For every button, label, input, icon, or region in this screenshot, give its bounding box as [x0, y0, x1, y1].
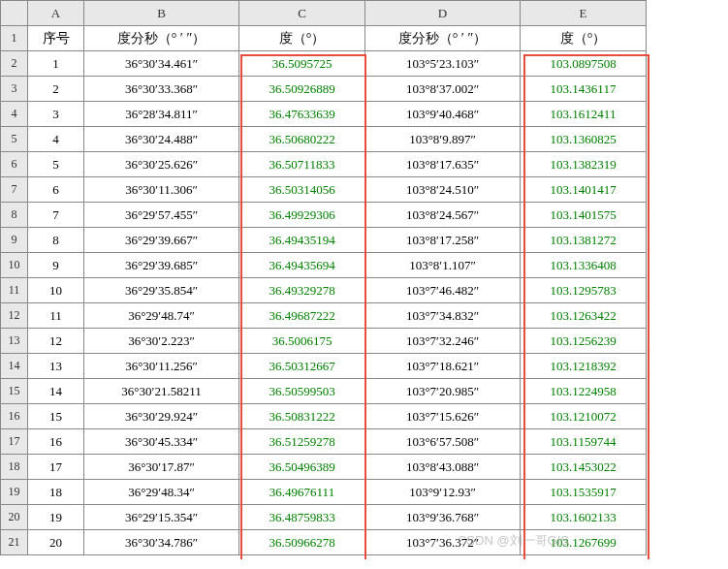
cell-deg-1[interactable]: 36.49329278	[239, 278, 365, 303]
cell-dms-1[interactable]: 36°29′35.854″	[84, 278, 239, 303]
cell-seq[interactable]: 2	[28, 77, 84, 102]
row-header-10[interactable]: 10	[1, 253, 28, 278]
cell-deg-1[interactable]: 36.50831222	[239, 404, 365, 429]
cell-deg-2[interactable]: 103.1436117	[521, 77, 647, 102]
cell-deg-1[interactable]: 36.48759833	[239, 505, 365, 530]
cell-seq[interactable]: 13	[28, 354, 84, 379]
cell-deg-1[interactable]: 36.50496389	[239, 455, 365, 480]
cell-dms-1[interactable]: 36°30′24.488″	[84, 127, 239, 152]
cell-deg-1[interactable]: 36.50680222	[239, 127, 365, 152]
cell-dms-1[interactable]: 36°30′21.58211	[84, 379, 239, 404]
row-header-3[interactable]: 3	[1, 77, 28, 102]
cell-dms-1[interactable]: 36°30′34.786″	[84, 530, 239, 555]
col-header-D[interactable]: D	[365, 1, 521, 26]
cell-dms-2[interactable]: 103°8′17.258″	[365, 228, 521, 253]
cell-seq[interactable]: 16	[28, 429, 84, 455]
cell-seq[interactable]: 6	[28, 177, 84, 203]
cell-deg-1[interactable]: 36.50599503	[239, 379, 365, 404]
cell-dms-1[interactable]: 36°30′45.334″	[84, 429, 239, 455]
cell-deg-2[interactable]: 103.1336408	[521, 253, 647, 278]
cell-deg-2[interactable]: 103.1382319	[521, 152, 647, 177]
cell-dms-1[interactable]: 36°29′15.354″	[84, 505, 239, 530]
cell-dms-2[interactable]: 103°7′15.626″	[365, 404, 521, 429]
header-B[interactable]: 度分秒（° ′ ″）	[84, 26, 239, 51]
cell-dms-1[interactable]: 36°30′33.368″	[84, 77, 239, 102]
row-header-17[interactable]: 17	[1, 429, 28, 455]
cell-deg-2[interactable]: 103.1453022	[521, 455, 647, 480]
cell-dms-2[interactable]: 103°9′36.768″	[365, 505, 521, 530]
cell-dms-2[interactable]: 103°7′36.372″	[365, 530, 521, 555]
cell-seq[interactable]: 1	[28, 51, 84, 77]
cell-deg-2[interactable]: 103.1360825	[521, 127, 647, 152]
cell-deg-1[interactable]: 36.49929306	[239, 203, 365, 228]
col-header-C[interactable]: C	[239, 1, 365, 26]
row-header-19[interactable]: 19	[1, 480, 28, 505]
cell-dms-2[interactable]: 103°8′1.107″	[365, 253, 521, 278]
cell-deg-2[interactable]: 103.1602133	[521, 505, 647, 530]
row-header-11[interactable]: 11	[1, 278, 28, 303]
row-header-16[interactable]: 16	[1, 404, 28, 429]
cell-deg-2[interactable]: 103.1401417	[521, 177, 647, 203]
row-header-8[interactable]: 8	[1, 203, 28, 228]
cell-deg-1[interactable]: 36.50711833	[239, 152, 365, 177]
cell-deg-2[interactable]: 103.1210072	[521, 404, 647, 429]
cell-dms-2[interactable]: 103°8′37.002″	[365, 77, 521, 102]
cell-seq[interactable]: 12	[28, 329, 84, 354]
cell-dms-2[interactable]: 103°7′32.246″	[365, 329, 521, 354]
row-header-14[interactable]: 14	[1, 354, 28, 379]
cell-dms-1[interactable]: 36°29′48.34″	[84, 480, 239, 505]
cell-dms-2[interactable]: 103°8′9.897″	[365, 127, 521, 152]
cell-deg-2[interactable]: 103.1267699	[521, 530, 647, 555]
cell-deg-1[interactable]: 36.51259278	[239, 429, 365, 455]
row-header-6[interactable]: 6	[1, 152, 28, 177]
cell-dms-1[interactable]: 36°28′34.811″	[84, 102, 239, 127]
cell-deg-2[interactable]: 103.1263422	[521, 303, 647, 329]
cell-deg-2[interactable]: 103.1218392	[521, 354, 647, 379]
cell-seq[interactable]: 4	[28, 127, 84, 152]
row-header-15[interactable]: 15	[1, 379, 28, 404]
header-E[interactable]: 度（°）	[521, 26, 647, 51]
row-header-5[interactable]: 5	[1, 127, 28, 152]
cell-deg-2[interactable]: 103.1401575	[521, 203, 647, 228]
row-header-2[interactable]: 2	[1, 51, 28, 77]
cell-dms-1[interactable]: 36°30′11.256″	[84, 354, 239, 379]
cell-seq[interactable]: 5	[28, 152, 84, 177]
cell-seq[interactable]: 7	[28, 203, 84, 228]
cell-dms-2[interactable]: 103°9′40.468″	[365, 102, 521, 127]
row-header-13[interactable]: 13	[1, 329, 28, 354]
cell-deg-1[interactable]: 36.49687222	[239, 303, 365, 329]
cell-dms-2[interactable]: 103°7′18.621″	[365, 354, 521, 379]
cell-seq[interactable]: 20	[28, 530, 84, 555]
cell-dms-1[interactable]: 36°29′39.685″	[84, 253, 239, 278]
cell-dms-1[interactable]: 36°30′2.223″	[84, 329, 239, 354]
cell-deg-1[interactable]: 36.49435194	[239, 228, 365, 253]
col-header-A[interactable]: A	[28, 1, 84, 26]
row-header-7[interactable]: 7	[1, 177, 28, 203]
cell-dms-2[interactable]: 103°8′24.567″	[365, 203, 521, 228]
cell-seq[interactable]: 18	[28, 480, 84, 505]
header-A[interactable]: 序号	[28, 26, 84, 51]
cell-seq[interactable]: 14	[28, 379, 84, 404]
col-header-B[interactable]: B	[84, 1, 239, 26]
cell-seq[interactable]: 17	[28, 455, 84, 480]
cell-dms-2[interactable]: 103°8′17.635″	[365, 152, 521, 177]
cell-dms-1[interactable]: 36°29′39.667″	[84, 228, 239, 253]
cell-dms-1[interactable]: 36°30′25.626″	[84, 152, 239, 177]
cell-dms-2[interactable]: 103°9′12.93″	[365, 480, 521, 505]
cell-deg-1[interactable]: 36.50312667	[239, 354, 365, 379]
row-header-18[interactable]: 18	[1, 455, 28, 480]
cell-deg-2[interactable]: 103.0897508	[521, 51, 647, 77]
header-C[interactable]: 度（°）	[239, 26, 365, 51]
col-header-E[interactable]: E	[521, 1, 647, 26]
row-header-1[interactable]: 1	[1, 26, 28, 51]
cell-deg-1[interactable]: 36.50314056	[239, 177, 365, 203]
cell-deg-1[interactable]: 36.47633639	[239, 102, 365, 127]
cell-seq[interactable]: 10	[28, 278, 84, 303]
cell-deg-1[interactable]: 36.50926889	[239, 77, 365, 102]
cell-deg-2[interactable]: 103.1295783	[521, 278, 647, 303]
cell-dms-1[interactable]: 36°30′11.306″	[84, 177, 239, 203]
row-header-12[interactable]: 12	[1, 303, 28, 329]
row-header-20[interactable]: 20	[1, 505, 28, 530]
header-D[interactable]: 度分秒（° ′ ″）	[365, 26, 521, 51]
cell-dms-1[interactable]: 36°30′17.87″	[84, 455, 239, 480]
